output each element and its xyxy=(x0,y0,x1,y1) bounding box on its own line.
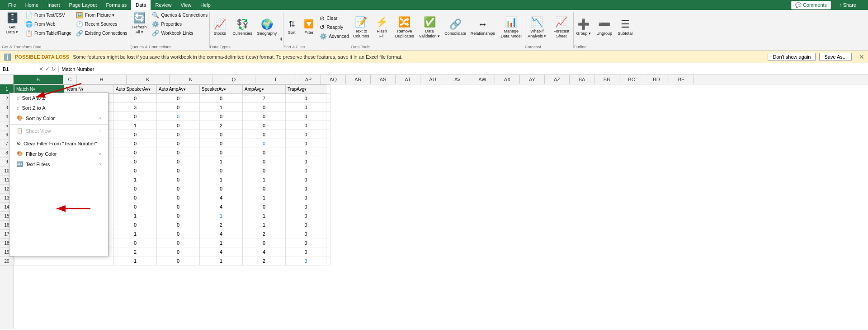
cell[interactable]: 0 xyxy=(114,112,157,121)
cell[interactable]: 0 xyxy=(157,229,200,238)
cell[interactable]: 0 xyxy=(243,238,286,247)
tab-review[interactable]: Review xyxy=(151,0,176,10)
cell[interactable]: 0 xyxy=(200,184,243,193)
col-header-BE[interactable]: BE xyxy=(669,75,694,84)
cell[interactable]: 0 xyxy=(286,112,326,121)
cell[interactable]: 0 xyxy=(243,184,286,193)
col-header-H[interactable]: H xyxy=(77,75,127,84)
cell[interactable]: 4 xyxy=(200,229,243,238)
cell[interactable]: 0 xyxy=(114,193,157,202)
row-20-header[interactable]: 20 xyxy=(0,257,14,266)
sort-a-to-z-item[interactable]: ↕ Sort A to Z xyxy=(9,93,108,103)
cell[interactable]: 0 xyxy=(157,121,200,130)
cell[interactable]: 0 xyxy=(157,112,200,121)
cell[interactable]: 0 xyxy=(157,211,200,220)
manage-data-model-button[interactable]: 📊 ManageData Model xyxy=(498,15,525,40)
col-header-B[interactable]: B xyxy=(14,75,63,84)
sort-by-color-item[interactable]: 🎨 Sort by Color › xyxy=(9,113,108,123)
cell[interactable]: 0 xyxy=(157,148,200,157)
cell[interactable]: 0 xyxy=(114,166,157,175)
cell[interactable]: 0 xyxy=(243,157,286,166)
filter-button[interactable]: 🔽 Filter xyxy=(301,18,317,36)
cell[interactable]: 4 xyxy=(200,193,243,202)
clear-filter-item[interactable]: ⊘ Clear Filter From "Team Number" xyxy=(9,138,108,149)
cell[interactable]: 0 xyxy=(286,139,326,148)
from-picture-button[interactable]: 🖼️From Picture ▾ xyxy=(74,11,129,19)
flash-fill-button[interactable]: ⚡ FlashFill xyxy=(372,15,392,40)
cell[interactable] xyxy=(14,256,64,265)
cell[interactable]: 0 xyxy=(200,112,243,121)
cell[interactable]: 0 xyxy=(286,229,326,238)
name-box[interactable]: B1 xyxy=(0,63,36,74)
header-speaker-avg[interactable]: SpeakerAv▾ xyxy=(200,85,243,94)
cell[interactable]: 0 xyxy=(286,184,326,193)
cell[interactable]: 0 xyxy=(157,103,200,112)
cell[interactable]: 0 xyxy=(114,130,157,139)
cell[interactable]: 1 xyxy=(200,175,243,184)
col-header-AV[interactable]: AV xyxy=(445,75,470,84)
cell[interactable]: 1 xyxy=(200,103,243,112)
cell[interactable]: 1 xyxy=(243,175,286,184)
cell[interactable]: 1 xyxy=(200,157,243,166)
cell[interactable]: 0 xyxy=(286,130,326,139)
cell[interactable]: 2 xyxy=(114,247,157,256)
col-header-AZ[interactable]: AZ xyxy=(545,75,570,84)
cell[interactable]: 0 xyxy=(243,112,286,121)
tab-formulas[interactable]: Formulas xyxy=(101,0,131,10)
group-button[interactable]: ➕ Group ▾ xyxy=(574,17,594,37)
cell[interactable]: 0 xyxy=(286,256,326,265)
col-header-BC[interactable]: BC xyxy=(619,75,644,84)
cell[interactable]: 0 xyxy=(286,175,326,184)
header-auto-speaker[interactable]: Auto SpeakerAv▾ xyxy=(114,85,157,94)
cell[interactable]: 0 xyxy=(114,94,157,103)
alert-close-button[interactable]: ✕ xyxy=(859,53,864,60)
col-header-T[interactable]: T xyxy=(255,75,296,84)
tab-help[interactable]: Help xyxy=(196,0,215,10)
consolidate-button[interactable]: 🔗 Consolidate xyxy=(443,17,468,37)
cell[interactable]: 0 xyxy=(200,166,243,175)
geography-button[interactable]: 🌍 Geography xyxy=(255,17,279,37)
relationships-button[interactable]: ↔️ Relationships xyxy=(469,17,497,37)
tab-file[interactable]: File xyxy=(4,0,21,10)
existing-connections-button[interactable]: 🔗Existing Connections xyxy=(74,29,129,37)
remove-duplicates-button[interactable]: 🔀 RemoveDuplicates xyxy=(393,15,416,40)
cell[interactable]: 0 xyxy=(286,238,326,247)
col-header-AX[interactable]: AX xyxy=(495,75,520,84)
cell[interactable]: 1 xyxy=(114,229,157,238)
dont-show-again-button[interactable]: Don't show again xyxy=(768,53,816,61)
col-header-AW[interactable]: AW xyxy=(470,75,495,84)
cell[interactable]: 0 xyxy=(157,166,200,175)
cell[interactable]: 2 xyxy=(200,121,243,130)
cell[interactable]: 0 xyxy=(157,175,200,184)
cell[interactable]: 0 xyxy=(157,94,200,103)
tab-data[interactable]: Data xyxy=(131,0,151,10)
tab-home[interactable]: Home xyxy=(21,0,43,10)
col-header-AQ[interactable]: AQ xyxy=(321,75,346,84)
subtotal-button[interactable]: ☰ Subtotal xyxy=(615,17,635,37)
cell[interactable]: 1 xyxy=(114,121,157,130)
cell[interactable]: 1 xyxy=(114,211,157,220)
confirm-formula-icon[interactable]: ✓ xyxy=(45,66,50,72)
cell[interactable]: 2 xyxy=(200,220,243,229)
col-header-N[interactable]: N xyxy=(170,75,212,84)
cell[interactable]: 0 xyxy=(157,238,200,247)
from-table-button[interactable]: 📋From Table/Range xyxy=(24,29,73,37)
cell[interactable]: 0 xyxy=(243,202,286,211)
cell[interactable]: 1 xyxy=(114,175,157,184)
cell[interactable]: 0 xyxy=(157,184,200,193)
tab-page-layout[interactable]: Page Layout xyxy=(65,0,102,10)
cell[interactable]: 1 xyxy=(243,220,286,229)
col-header-K[interactable]: K xyxy=(127,75,170,84)
cell[interactable]: 0 xyxy=(157,193,200,202)
ungroup-button[interactable]: ➖ Ungroup xyxy=(594,17,614,37)
cell[interactable]: 3 xyxy=(114,103,157,112)
header-auto-amp[interactable]: Auto AmpAv▾ xyxy=(157,85,200,94)
share-button[interactable]: ↑ Share xyxy=(835,1,861,9)
cell[interactable]: 4 xyxy=(200,202,243,211)
cell[interactable]: 0 xyxy=(157,157,200,166)
filter-by-color-item[interactable]: 🎨 Filter by Color › xyxy=(9,149,108,159)
cell[interactable]: 0 xyxy=(114,202,157,211)
tab-insert[interactable]: Insert xyxy=(43,0,65,10)
cell[interactable]: 1 xyxy=(200,211,243,220)
cell[interactable]: 1 xyxy=(114,256,157,265)
